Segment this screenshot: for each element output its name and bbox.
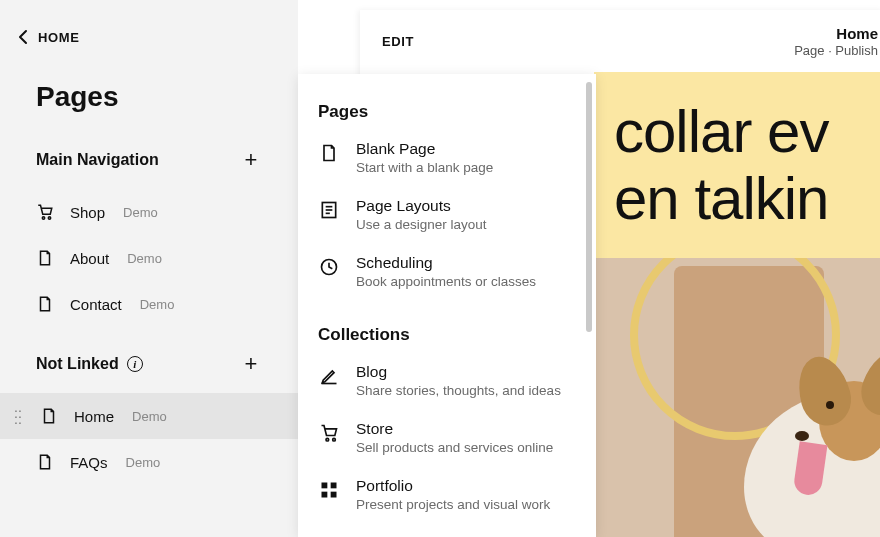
nav-list: ShopDemoAboutDemoContactDemo: [0, 189, 298, 327]
dropdown-item-desc: Share stories, thoughts, and ideas: [356, 383, 561, 398]
section-header: Main Navigation+: [36, 149, 262, 171]
dropdown-item-desc: Use a designer layout: [356, 217, 487, 232]
section-title: Not Linkedi: [36, 355, 143, 373]
svg-point-1: [48, 217, 50, 219]
dropdown-item-title: Page Layouts: [356, 197, 487, 215]
nav-item[interactable]: FAQsDemo: [0, 439, 298, 485]
add-page-button[interactable]: +: [240, 149, 262, 171]
nav-item[interactable]: ShopDemo: [0, 189, 298, 235]
dropdown-item-title: Blank Page: [356, 140, 493, 158]
sidebar-section: Main Navigation+ShopDemoAboutDemoContact…: [0, 113, 298, 327]
dropdown-item[interactable]: PortfolioPresent projects and visual wor…: [298, 463, 596, 520]
add-page-menu: PagesBlank PageStart with a blank pagePa…: [298, 74, 596, 537]
nav-item[interactable]: ······HomeDemo: [0, 393, 298, 439]
edit-button[interactable]: EDIT: [382, 34, 414, 49]
hero-line-2: en talkin: [614, 165, 880, 232]
demo-badge: Demo: [123, 205, 158, 220]
breadcrumb-meta: Page · Publish: [794, 43, 878, 58]
demo-badge: Demo: [127, 251, 162, 266]
layout-icon: [318, 199, 340, 221]
svg-rect-11: [322, 492, 328, 498]
dropdown-item-desc: Present projects and visual work: [356, 497, 550, 512]
nav-item[interactable]: AboutDemo: [0, 235, 298, 281]
dropdown-item-desc: Sell products and services online: [356, 440, 553, 455]
svg-rect-12: [331, 492, 337, 498]
scrollbar[interactable]: [586, 82, 592, 332]
info-icon[interactable]: i: [127, 356, 143, 372]
clock-icon: [318, 256, 340, 278]
drag-handle-icon[interactable]: ······: [14, 407, 24, 425]
dropdown-item-title: Scheduling: [356, 254, 536, 272]
dropdown-item[interactable]: BlogShare stories, thoughts, and ideas: [298, 349, 596, 406]
breadcrumb-title: Home: [794, 25, 878, 42]
nav-item-label: Home: [74, 408, 114, 425]
dropdown-item-desc: Book appointments or classes: [356, 274, 536, 289]
demo-badge: Demo: [140, 297, 175, 312]
dropdown-item-desc: Start with a blank page: [356, 160, 493, 175]
svg-point-0: [42, 217, 44, 219]
nav-item-label: About: [70, 250, 109, 267]
cart-icon: [318, 422, 340, 444]
dropdown-section-title: Collections: [298, 297, 596, 349]
hero-banner: collar ev en talkin: [594, 72, 880, 258]
page-icon: [36, 249, 54, 267]
dropdown-item-title: Portfolio: [356, 477, 550, 495]
back-button[interactable]: HOME: [0, 0, 298, 45]
page-icon: [36, 295, 54, 313]
dropdown-item-title: Blog: [356, 363, 561, 381]
nav-item-label: Shop: [70, 204, 105, 221]
demo-badge: Demo: [132, 409, 167, 424]
svg-point-8: [333, 438, 336, 441]
hero-image: [594, 258, 880, 537]
dog-illustration: [734, 331, 880, 537]
dropdown-section-title: Pages: [298, 74, 596, 126]
chevron-left-icon: [18, 29, 28, 45]
sidebar: HOME Pages Main Navigation+ShopDemoAbout…: [0, 0, 298, 537]
blank-page-icon: [318, 142, 340, 164]
nav-item-label: Contact: [70, 296, 122, 313]
panel-title: Pages: [0, 45, 298, 113]
sidebar-section: Not Linkedi+······HomeDemoFAQsDemo: [0, 327, 298, 485]
dropdown-item[interactable]: StoreSell products and services online: [298, 406, 596, 463]
dropdown-item-title: Store: [356, 420, 553, 438]
add-page-button[interactable]: +: [240, 353, 262, 375]
blog-icon: [318, 365, 340, 387]
section-header: Not Linkedi+: [36, 353, 262, 375]
nav-item-label: FAQs: [70, 454, 108, 471]
section-title: Main Navigation: [36, 151, 159, 169]
cart-icon: [36, 203, 54, 221]
svg-point-7: [326, 438, 329, 441]
dropdown-item[interactable]: Page LayoutsUse a designer layout: [298, 183, 596, 240]
nav-item[interactable]: ContactDemo: [0, 281, 298, 327]
page-icon: [40, 407, 58, 425]
demo-badge: Demo: [126, 455, 161, 470]
preview-topbar: EDIT Home Page · Publish: [360, 10, 880, 72]
svg-rect-9: [322, 483, 328, 489]
nav-list: ······HomeDemoFAQsDemo: [0, 393, 298, 485]
breadcrumb: Home Page · Publish: [794, 25, 880, 58]
grid-icon: [318, 479, 340, 501]
dropdown-item[interactable]: Blank PageStart with a blank page: [298, 126, 596, 183]
svg-rect-10: [331, 483, 337, 489]
dropdown-item[interactable]: SchedulingBook appointments or classes: [298, 240, 596, 297]
back-label: HOME: [38, 30, 79, 45]
hero-line-1: collar ev: [614, 98, 880, 165]
page-icon: [36, 453, 54, 471]
